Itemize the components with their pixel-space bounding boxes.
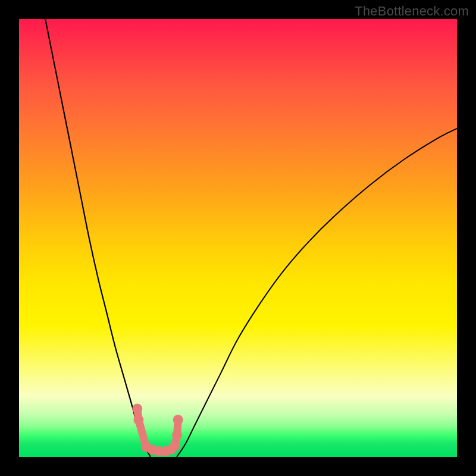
curves-svg [19,19,457,457]
marker-dot [133,415,143,425]
marker-dot [172,430,182,440]
plot-area [19,19,457,457]
chart-frame: TheBottleneck.com [0,0,476,476]
watermark-label: TheBottleneck.com [355,4,469,19]
marker-dot [170,441,180,451]
marker-dot [173,415,183,425]
right-curve [177,129,457,457]
left-curve [45,19,151,457]
marker-dot [132,404,142,414]
